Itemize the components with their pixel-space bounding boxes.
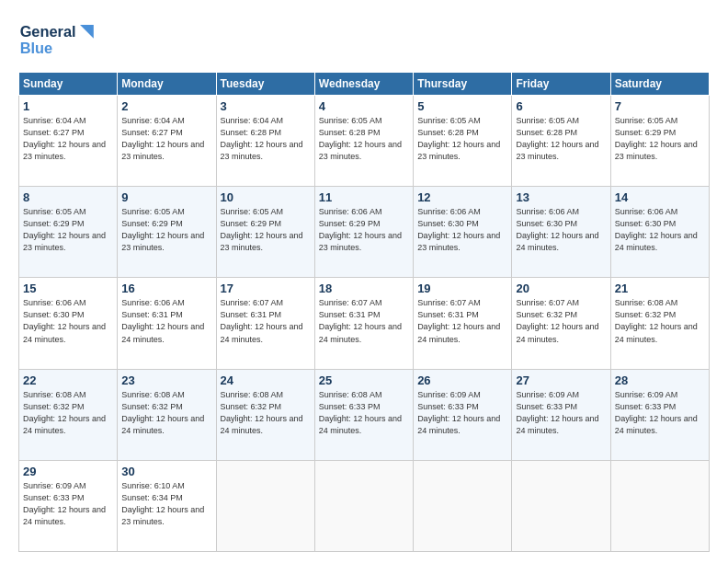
day-number: 30 [121, 465, 211, 478]
day-info: Sunrise: 6:09 AMSunset: 6:33 PMDaylight:… [615, 389, 705, 437]
table-row: 30Sunrise: 6:10 AMSunset: 6:34 PMDayligh… [118, 460, 216, 551]
table-row: 6Sunrise: 6:05 AMSunset: 6:28 PMDaylight… [512, 96, 610, 187]
table-row: 14Sunrise: 6:06 AMSunset: 6:30 PMDayligh… [610, 187, 709, 278]
page: General Blue Sunday Monday Tuesday Wedne… [0, 0, 728, 563]
day-number: 12 [417, 190, 507, 204]
day-number: 2 [121, 99, 211, 113]
day-number: 18 [319, 282, 409, 295]
day-number: 11 [319, 190, 409, 204]
svg-text:Blue: Blue [20, 40, 52, 56]
day-info: Sunrise: 6:05 AMSunset: 6:29 PMDaylight:… [615, 115, 705, 163]
day-number: 26 [417, 373, 507, 387]
day-info: Sunrise: 6:09 AMSunset: 6:33 PMDaylight:… [516, 389, 606, 437]
table-row: 8Sunrise: 6:05 AMSunset: 6:29 PMDaylight… [19, 187, 118, 278]
table-row: 12Sunrise: 6:06 AMSunset: 6:30 PMDayligh… [414, 187, 512, 278]
day-info: Sunrise: 6:09 AMSunset: 6:33 PMDaylight:… [23, 480, 113, 528]
day-number: 23 [121, 373, 211, 387]
table-row: 16Sunrise: 6:06 AMSunset: 6:31 PMDayligh… [118, 278, 216, 369]
day-number: 28 [615, 373, 705, 387]
day-info: Sunrise: 6:07 AMSunset: 6:31 PMDaylight:… [221, 297, 311, 345]
table-row [512, 460, 610, 551]
header: General Blue [18, 17, 710, 63]
table-row: 18Sunrise: 6:07 AMSunset: 6:31 PMDayligh… [314, 278, 413, 369]
table-row: 5Sunrise: 6:05 AMSunset: 6:28 PMDaylight… [414, 96, 512, 187]
table-row: 17Sunrise: 6:07 AMSunset: 6:31 PMDayligh… [216, 278, 314, 369]
day-number: 5 [417, 99, 507, 113]
table-row: 3Sunrise: 6:04 AMSunset: 6:28 PMDaylight… [216, 96, 314, 187]
table-row [610, 460, 709, 551]
table-row: 1Sunrise: 6:04 AMSunset: 6:27 PMDaylight… [19, 96, 118, 187]
day-number: 13 [516, 190, 606, 204]
col-sunday: Sunday [19, 73, 118, 96]
table-row: 19Sunrise: 6:07 AMSunset: 6:31 PMDayligh… [414, 278, 512, 369]
col-saturday: Saturday [610, 73, 709, 96]
day-info: Sunrise: 6:06 AMSunset: 6:30 PMDaylight:… [417, 206, 507, 254]
day-number: 10 [221, 190, 311, 204]
day-number: 9 [121, 190, 211, 204]
day-number: 8 [23, 190, 113, 204]
calendar-table: Sunday Monday Tuesday Wednesday Thursday… [18, 72, 710, 552]
day-number: 3 [221, 99, 311, 113]
day-number: 4 [319, 99, 409, 113]
table-row: 26Sunrise: 6:09 AMSunset: 6:33 PMDayligh… [414, 369, 512, 460]
day-info: Sunrise: 6:08 AMSunset: 6:32 PMDaylight:… [23, 389, 113, 437]
table-row: 20Sunrise: 6:07 AMSunset: 6:32 PMDayligh… [512, 278, 610, 369]
table-row: 9Sunrise: 6:05 AMSunset: 6:29 PMDaylight… [118, 187, 216, 278]
day-info: Sunrise: 6:08 AMSunset: 6:32 PMDaylight:… [221, 389, 311, 437]
table-row: 27Sunrise: 6:09 AMSunset: 6:33 PMDayligh… [512, 369, 610, 460]
table-row: 25Sunrise: 6:08 AMSunset: 6:33 PMDayligh… [314, 369, 413, 460]
day-number: 19 [417, 282, 507, 295]
day-info: Sunrise: 6:10 AMSunset: 6:34 PMDaylight:… [121, 480, 211, 528]
day-info: Sunrise: 6:07 AMSunset: 6:31 PMDaylight:… [319, 297, 409, 345]
day-info: Sunrise: 6:04 AMSunset: 6:28 PMDaylight:… [221, 115, 311, 163]
day-info: Sunrise: 6:06 AMSunset: 6:30 PMDaylight:… [23, 297, 113, 345]
day-number: 25 [319, 373, 409, 387]
table-row: 15Sunrise: 6:06 AMSunset: 6:30 PMDayligh… [19, 278, 118, 369]
col-thursday: Thursday [414, 73, 512, 96]
day-info: Sunrise: 6:07 AMSunset: 6:32 PMDaylight:… [516, 297, 606, 345]
day-info: Sunrise: 6:05 AMSunset: 6:28 PMDaylight:… [417, 115, 507, 163]
calendar-week-row: 8Sunrise: 6:05 AMSunset: 6:29 PMDaylight… [19, 187, 710, 278]
day-info: Sunrise: 6:05 AMSunset: 6:29 PMDaylight:… [221, 206, 311, 254]
table-row [216, 460, 314, 551]
day-number: 21 [615, 282, 705, 295]
day-info: Sunrise: 6:06 AMSunset: 6:30 PMDaylight:… [615, 206, 705, 254]
calendar-header-row: Sunday Monday Tuesday Wednesday Thursday… [19, 73, 710, 96]
svg-marker-2 [80, 25, 94, 39]
table-row: 28Sunrise: 6:09 AMSunset: 6:33 PMDayligh… [610, 369, 709, 460]
table-row: 7Sunrise: 6:05 AMSunset: 6:29 PMDaylight… [610, 96, 709, 187]
table-row: 10Sunrise: 6:05 AMSunset: 6:29 PMDayligh… [216, 187, 314, 278]
col-friday: Friday [512, 73, 610, 96]
day-info: Sunrise: 6:05 AMSunset: 6:28 PMDaylight:… [319, 115, 409, 163]
logo: General Blue [18, 17, 101, 63]
table-row: 11Sunrise: 6:06 AMSunset: 6:29 PMDayligh… [314, 187, 413, 278]
table-row [314, 460, 413, 551]
calendar-week-row: 15Sunrise: 6:06 AMSunset: 6:30 PMDayligh… [19, 278, 710, 369]
day-info: Sunrise: 6:04 AMSunset: 6:27 PMDaylight:… [23, 115, 113, 163]
day-info: Sunrise: 6:05 AMSunset: 6:29 PMDaylight:… [121, 206, 211, 254]
day-info: Sunrise: 6:09 AMSunset: 6:33 PMDaylight:… [417, 389, 507, 437]
table-row: 13Sunrise: 6:06 AMSunset: 6:30 PMDayligh… [512, 187, 610, 278]
calendar-week-row: 29Sunrise: 6:09 AMSunset: 6:33 PMDayligh… [19, 460, 710, 551]
table-row: 22Sunrise: 6:08 AMSunset: 6:32 PMDayligh… [19, 369, 118, 460]
table-row: 4Sunrise: 6:05 AMSunset: 6:28 PMDaylight… [314, 96, 413, 187]
day-number: 27 [516, 373, 606, 387]
day-number: 1 [23, 99, 113, 113]
table-row: 23Sunrise: 6:08 AMSunset: 6:32 PMDayligh… [118, 369, 216, 460]
table-row: 21Sunrise: 6:08 AMSunset: 6:32 PMDayligh… [610, 278, 709, 369]
day-number: 24 [221, 373, 311, 387]
day-number: 15 [23, 282, 113, 295]
day-info: Sunrise: 6:06 AMSunset: 6:31 PMDaylight:… [121, 297, 211, 345]
day-info: Sunrise: 6:06 AMSunset: 6:29 PMDaylight:… [319, 206, 409, 254]
day-number: 6 [516, 99, 606, 113]
day-info: Sunrise: 6:08 AMSunset: 6:32 PMDaylight:… [121, 389, 211, 437]
day-number: 29 [23, 465, 113, 478]
table-row: 2Sunrise: 6:04 AMSunset: 6:27 PMDaylight… [118, 96, 216, 187]
day-info: Sunrise: 6:07 AMSunset: 6:31 PMDaylight:… [417, 297, 507, 345]
day-number: 14 [615, 190, 705, 204]
day-info: Sunrise: 6:05 AMSunset: 6:29 PMDaylight:… [23, 206, 113, 254]
day-info: Sunrise: 6:05 AMSunset: 6:28 PMDaylight:… [516, 115, 606, 163]
calendar-week-row: 1Sunrise: 6:04 AMSunset: 6:27 PMDaylight… [19, 96, 710, 187]
table-row: 24Sunrise: 6:08 AMSunset: 6:32 PMDayligh… [216, 369, 314, 460]
day-number: 16 [121, 282, 211, 295]
